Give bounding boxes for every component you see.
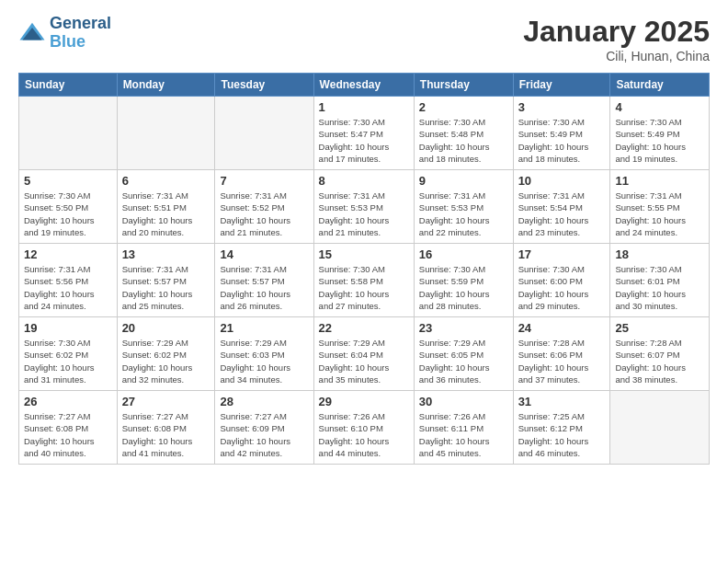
day-number: 18 — [615, 247, 704, 261]
calendar-cell: 14Sunrise: 7:31 AMSunset: 5:57 PMDayligh… — [215, 244, 313, 317]
week-row-3: 12Sunrise: 7:31 AMSunset: 5:56 PMDayligh… — [19, 244, 710, 317]
day-number: 23 — [419, 321, 508, 335]
day-number: 30 — [419, 395, 508, 408]
week-row-2: 5Sunrise: 7:30 AMSunset: 5:50 PMDaylight… — [19, 170, 710, 244]
logo-text-top: General — [50, 15, 111, 33]
day-number: 24 — [518, 321, 606, 335]
day-number: 6 — [122, 174, 210, 188]
weekday-header-monday: Monday — [117, 74, 215, 97]
day-info: Sunrise: 7:30 AMSunset: 6:01 PMDaylight:… — [615, 263, 704, 312]
weekday-header-thursday: Thursday — [414, 74, 513, 97]
day-info: Sunrise: 7:27 AMSunset: 6:09 PMDaylight:… — [220, 410, 308, 459]
day-number: 7 — [220, 174, 308, 188]
calendar-cell: 15Sunrise: 7:30 AMSunset: 5:58 PMDayligh… — [313, 244, 414, 317]
day-number: 17 — [518, 247, 606, 261]
day-info: Sunrise: 7:31 AMSunset: 5:57 PMDaylight:… — [122, 263, 210, 312]
day-number: 8 — [319, 174, 409, 188]
day-number: 29 — [319, 395, 409, 408]
calendar-cell: 19Sunrise: 7:30 AMSunset: 6:02 PMDayligh… — [19, 317, 118, 391]
calendar-cell: 28Sunrise: 7:27 AMSunset: 6:09 PMDayligh… — [215, 391, 313, 465]
calendar-cell: 3Sunrise: 7:30 AMSunset: 5:49 PMDaylight… — [513, 97, 610, 170]
calendar-cell: 12Sunrise: 7:31 AMSunset: 5:56 PMDayligh… — [19, 244, 118, 317]
calendar-cell: 9Sunrise: 7:31 AMSunset: 5:53 PMDaylight… — [414, 170, 513, 244]
calendar-cell: 17Sunrise: 7:30 AMSunset: 6:00 PMDayligh… — [513, 244, 610, 317]
calendar-cell — [610, 391, 710, 465]
day-info: Sunrise: 7:29 AMSunset: 6:05 PMDaylight:… — [419, 337, 508, 385]
calendar-cell: 2Sunrise: 7:30 AMSunset: 5:48 PMDaylight… — [414, 97, 513, 170]
day-info: Sunrise: 7:31 AMSunset: 5:57 PMDaylight:… — [220, 263, 308, 312]
day-number: 13 — [122, 247, 210, 261]
day-number: 12 — [24, 247, 112, 261]
day-number: 20 — [122, 321, 210, 335]
day-number: 11 — [615, 174, 704, 188]
calendar-cell: 5Sunrise: 7:30 AMSunset: 5:50 PMDaylight… — [19, 170, 118, 244]
day-info: Sunrise: 7:29 AMSunset: 6:03 PMDaylight:… — [220, 337, 308, 385]
day-number: 15 — [319, 247, 409, 261]
day-info: Sunrise: 7:31 AMSunset: 5:52 PMDaylight:… — [220, 190, 308, 238]
calendar-cell: 30Sunrise: 7:26 AMSunset: 6:11 PMDayligh… — [414, 391, 513, 465]
day-info: Sunrise: 7:31 AMSunset: 5:55 PMDaylight:… — [615, 190, 704, 238]
header: General Blue January 2025 Cili, Hunan, C… — [18, 15, 710, 63]
calendar-cell: 18Sunrise: 7:30 AMSunset: 6:01 PMDayligh… — [610, 244, 710, 317]
calendar-cell: 25Sunrise: 7:28 AMSunset: 6:07 PMDayligh… — [610, 317, 710, 391]
calendar-cell: 23Sunrise: 7:29 AMSunset: 6:05 PMDayligh… — [414, 317, 513, 391]
calendar-cell — [117, 97, 215, 170]
day-info: Sunrise: 7:29 AMSunset: 6:02 PMDaylight:… — [122, 337, 210, 385]
day-info: Sunrise: 7:30 AMSunset: 5:47 PMDaylight:… — [319, 116, 409, 165]
calendar-cell: 22Sunrise: 7:29 AMSunset: 6:04 PMDayligh… — [313, 317, 414, 391]
day-info: Sunrise: 7:30 AMSunset: 5:49 PMDaylight:… — [615, 116, 704, 165]
calendar-cell: 16Sunrise: 7:30 AMSunset: 5:59 PMDayligh… — [414, 244, 513, 317]
day-number: 28 — [220, 395, 308, 408]
month-title: January 2025 — [523, 15, 710, 49]
day-info: Sunrise: 7:26 AMSunset: 6:10 PMDaylight:… — [319, 410, 409, 459]
calendar-cell: 7Sunrise: 7:31 AMSunset: 5:52 PMDaylight… — [215, 170, 313, 244]
day-info: Sunrise: 7:31 AMSunset: 5:53 PMDaylight:… — [419, 190, 508, 238]
calendar-cell: 31Sunrise: 7:25 AMSunset: 6:12 PMDayligh… — [513, 391, 610, 465]
day-number: 9 — [419, 174, 508, 188]
day-info: Sunrise: 7:27 AMSunset: 6:08 PMDaylight:… — [122, 410, 210, 459]
day-info: Sunrise: 7:28 AMSunset: 6:07 PMDaylight:… — [615, 337, 704, 385]
day-info: Sunrise: 7:30 AMSunset: 5:58 PMDaylight:… — [319, 263, 409, 312]
calendar-cell: 10Sunrise: 7:31 AMSunset: 5:54 PMDayligh… — [513, 170, 610, 244]
day-number: 14 — [220, 247, 308, 261]
day-info: Sunrise: 7:30 AMSunset: 5:59 PMDaylight:… — [419, 263, 508, 312]
day-info: Sunrise: 7:31 AMSunset: 5:54 PMDaylight:… — [518, 190, 606, 238]
calendar-cell: 1Sunrise: 7:30 AMSunset: 5:47 PMDaylight… — [313, 97, 414, 170]
calendar-cell: 8Sunrise: 7:31 AMSunset: 5:53 PMDaylight… — [313, 170, 414, 244]
calendar-cell — [215, 97, 313, 170]
day-info: Sunrise: 7:30 AMSunset: 6:00 PMDaylight:… — [518, 263, 606, 312]
day-number: 3 — [518, 100, 606, 114]
day-number: 2 — [419, 100, 508, 114]
calendar-cell: 21Sunrise: 7:29 AMSunset: 6:03 PMDayligh… — [215, 317, 313, 391]
week-row-1: 1Sunrise: 7:30 AMSunset: 5:47 PMDaylight… — [19, 97, 710, 170]
week-row-4: 19Sunrise: 7:30 AMSunset: 6:02 PMDayligh… — [19, 317, 710, 391]
day-number: 27 — [122, 395, 210, 408]
page: General Blue January 2025 Cili, Hunan, C… — [0, 0, 728, 474]
day-info: Sunrise: 7:26 AMSunset: 6:11 PMDaylight:… — [419, 410, 508, 459]
day-info: Sunrise: 7:28 AMSunset: 6:06 PMDaylight:… — [518, 337, 606, 385]
day-info: Sunrise: 7:31 AMSunset: 5:56 PMDaylight:… — [24, 263, 112, 312]
location-subtitle: Cili, Hunan, China — [523, 49, 710, 63]
day-number: 5 — [24, 174, 112, 188]
day-info: Sunrise: 7:30 AMSunset: 5:48 PMDaylight:… — [419, 116, 508, 165]
weekday-header-friday: Friday — [513, 74, 610, 97]
calendar-cell — [19, 97, 118, 170]
day-info: Sunrise: 7:30 AMSunset: 5:49 PMDaylight:… — [518, 116, 606, 165]
calendar-cell: 27Sunrise: 7:27 AMSunset: 6:08 PMDayligh… — [117, 391, 215, 465]
day-info: Sunrise: 7:31 AMSunset: 5:51 PMDaylight:… — [122, 190, 210, 238]
day-info: Sunrise: 7:30 AMSunset: 6:02 PMDaylight:… — [24, 337, 112, 385]
calendar-cell: 29Sunrise: 7:26 AMSunset: 6:10 PMDayligh… — [313, 391, 414, 465]
week-row-5: 26Sunrise: 7:27 AMSunset: 6:08 PMDayligh… — [19, 391, 710, 465]
day-info: Sunrise: 7:27 AMSunset: 6:08 PMDaylight:… — [24, 410, 112, 459]
weekday-header-saturday: Saturday — [610, 74, 710, 97]
day-number: 26 — [24, 395, 112, 408]
day-number: 22 — [319, 321, 409, 335]
logo: General Blue — [18, 15, 111, 52]
logo-text-bottom: Blue — [50, 33, 111, 52]
day-number: 1 — [319, 100, 409, 114]
day-number: 4 — [615, 100, 704, 114]
day-number: 10 — [518, 174, 606, 188]
day-number: 19 — [24, 321, 112, 335]
weekday-header-sunday: Sunday — [19, 74, 118, 97]
title-block: January 2025 Cili, Hunan, China — [523, 15, 710, 63]
